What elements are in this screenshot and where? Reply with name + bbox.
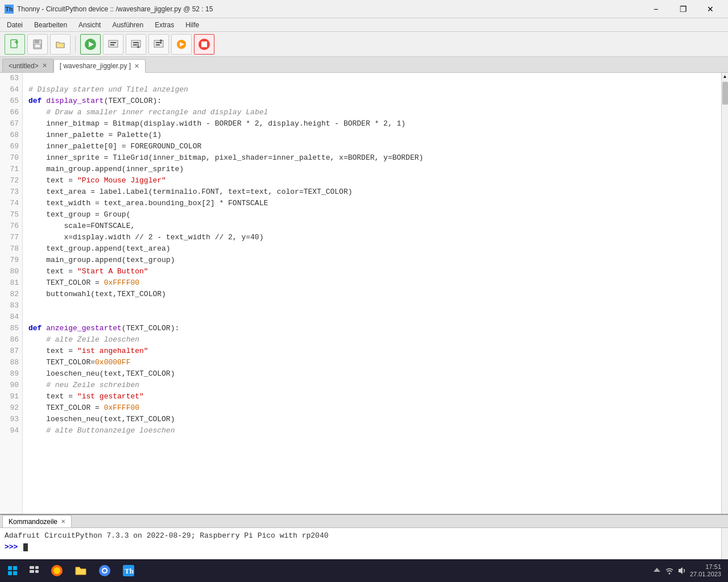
svg-rect-30: [30, 570, 34, 573]
menu-item-menu-ansicht[interactable]: Ansicht: [74, 20, 105, 30]
shell-tab-close[interactable]: ✕: [61, 518, 65, 525]
line-number: 82: [0, 289, 19, 300]
tab-untitled-label: <untitled>: [9, 62, 39, 70]
start-button[interactable]: [2, 560, 23, 581]
open-file-button[interactable]: [50, 34, 71, 55]
step-over-icon: [107, 39, 119, 50]
svg-text:Th: Th: [125, 567, 134, 575]
run-button[interactable]: [80, 34, 101, 55]
toolbar: [0, 32, 728, 57]
scroll-thumb[interactable]: [722, 82, 728, 105]
code-token: text =: [28, 267, 77, 276]
code-token: loeschen_neu(text,TEXT_COLOR): [28, 415, 175, 423]
code-token: TEXT_COLOR=: [28, 358, 95, 367]
code-token: (TEXT_COLOR):: [122, 324, 179, 332]
wifi-icon: [665, 566, 674, 575]
step-out-icon: [153, 39, 164, 50]
code-token: [28, 381, 46, 389]
code-line: text = "ist angehalten": [28, 346, 721, 357]
app-icon: Th: [5, 5, 14, 14]
tab-untitled[interactable]: <untitled> ✕: [2, 59, 53, 72]
code-line: text = "ist gestartet": [28, 391, 721, 402]
code-editor[interactable]: 6364656667686970717273747576777879808182…: [0, 73, 728, 514]
svg-rect-29: [30, 566, 34, 569]
svg-marker-40: [653, 568, 660, 572]
hex-token: 0xFFFF00: [104, 278, 139, 287]
code-line: TEXT_COLOR=0x0000FF: [28, 357, 721, 368]
firefox-icon: [50, 564, 64, 577]
resume-icon: [176, 39, 187, 50]
maximize-button[interactable]: ❐: [670, 0, 696, 18]
svg-point-34: [53, 567, 60, 574]
line-number: 84: [0, 311, 19, 323]
menubar: DateiBearbeitenAnsichtAusführenExtrasHil…: [0, 18, 728, 32]
code-line: # neu Zeile schreiben: [28, 380, 721, 391]
tab-untitled-close[interactable]: ✕: [42, 62, 47, 69]
thonny-taskbar[interactable]: Th: [117, 560, 140, 581]
shell-line1: Adafruit CircuitPython 7.3.3 on 2022-08-…: [5, 530, 717, 542]
resume-button[interactable]: [171, 34, 192, 55]
code-token: main_group.append(text_group): [28, 256, 175, 264]
step-into-button[interactable]: [126, 34, 146, 55]
line-number: 83: [0, 300, 19, 311]
run-icon: [84, 38, 97, 51]
chromium-taskbar[interactable]: [93, 560, 116, 581]
thonny-taskbar-icon: Th: [122, 564, 135, 577]
close-button[interactable]: ✕: [697, 0, 723, 18]
code-token: inner_sprite = TileGrid(inner_bitmap, pi…: [28, 153, 423, 162]
code-token: inner_palette = Palette(1): [28, 131, 162, 139]
step-over-button[interactable]: [103, 34, 123, 55]
menu-item-menu-extras[interactable]: Extras: [150, 20, 179, 30]
main-content: 6364656667686970717273747576777879808182…: [0, 73, 728, 582]
save-button[interactable]: [27, 34, 48, 55]
taskview-icon: [28, 565, 40, 576]
function-token: display_start: [46, 97, 104, 105]
line-number: 89: [0, 368, 19, 380]
editor-scrollbar[interactable]: ▲: [721, 73, 728, 514]
minimize-button[interactable]: −: [643, 0, 669, 18]
line-number: 94: [0, 425, 19, 436]
filemanager-taskbar[interactable]: [69, 560, 92, 581]
code-token: inner_bitmap = Bitmap(display.width - BO…: [28, 119, 406, 128]
menu-item-menu-hilfe[interactable]: Hilfe: [181, 20, 204, 30]
menu-item-menu-bearbeiten[interactable]: Bearbeiten: [30, 20, 72, 30]
shell-tab-kommandozeile[interactable]: Kommandozeile ✕: [2, 515, 72, 527]
menu-item-menu-ausfuehren[interactable]: Ausführen: [107, 20, 148, 30]
step-out-button[interactable]: [148, 34, 169, 55]
code-lines[interactable]: # Display starten und Titel anzeigendef …: [23, 73, 721, 514]
code-token: text =: [28, 347, 77, 355]
code-line: TEXT_COLOR = 0xFFFF00: [28, 277, 721, 289]
code-token: main_group.append(inner_sprite): [28, 165, 184, 173]
code-token: text_area = label.Label(terminalio.FONT,…: [28, 188, 353, 196]
code-line: TEXT_COLOR = 0xFFFF00: [28, 402, 721, 414]
firefox-taskbar[interactable]: [46, 560, 68, 581]
tab-waveshare[interactable]: [ waveshare_jiggler.py ] ✕: [53, 59, 146, 73]
shell-tabs: Kommandozeile ✕: [0, 515, 728, 528]
line-number: 87: [0, 346, 19, 357]
window-controls: − ❐ ✕: [643, 0, 723, 18]
tray-up-icon: [652, 566, 661, 575]
filemanager-icon: [74, 564, 88, 577]
comment-token: # Display starten und Titel anzeigen: [28, 85, 188, 94]
code-line: def display_start(TEXT_COLOR):: [28, 95, 721, 107]
taskbar-clock: 17:51 27.01.2023: [690, 563, 721, 578]
save-icon: [32, 39, 43, 50]
code-token: x=display.width // 2 - text_width // 2, …: [28, 233, 263, 242]
svg-rect-32: [35, 570, 39, 573]
new-file-button[interactable]: [5, 34, 25, 55]
taskview-button[interactable]: [24, 560, 44, 581]
scroll-up-arrow[interactable]: ▲: [722, 73, 729, 80]
code-line: loeschen_neu(text,TEXT_COLOR): [28, 368, 721, 380]
code-line: inner_bitmap = Bitmap(display.width - BO…: [28, 118, 721, 130]
line-number: 93: [0, 414, 19, 425]
windows-icon: [7, 565, 18, 576]
shell-prompt-line: >>>: [5, 542, 717, 553]
svg-marker-42: [679, 567, 682, 574]
line-number: 79: [0, 255, 19, 266]
stop-button[interactable]: [194, 34, 214, 55]
menu-item-menu-datei[interactable]: Datei: [2, 20, 27, 30]
svg-rect-28: [13, 571, 17, 575]
taskbar-time: 17:51: [690, 563, 721, 571]
tab-waveshare-close[interactable]: ✕: [134, 63, 139, 70]
step-into-icon: [130, 39, 142, 50]
